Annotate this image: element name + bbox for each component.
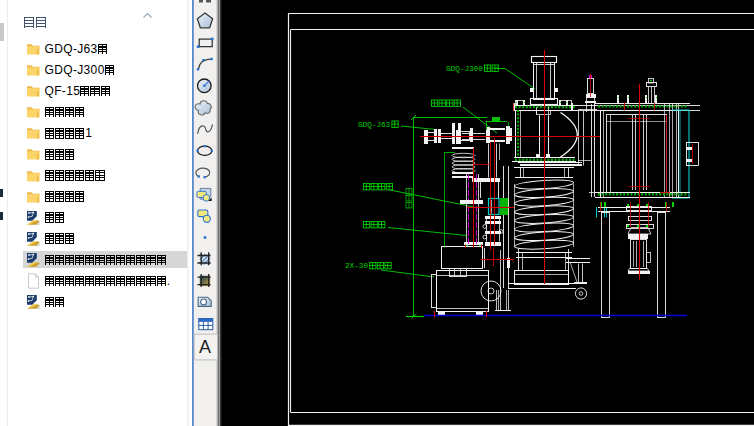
- svg-text:A: A: [199, 337, 211, 357]
- svg-text:2X-30: 2X-30: [345, 262, 368, 270]
- svg-text:GDQ-J300: GDQ-J300: [446, 65, 483, 73]
- svg-text:GDQ-J63: GDQ-J63: [358, 121, 391, 129]
